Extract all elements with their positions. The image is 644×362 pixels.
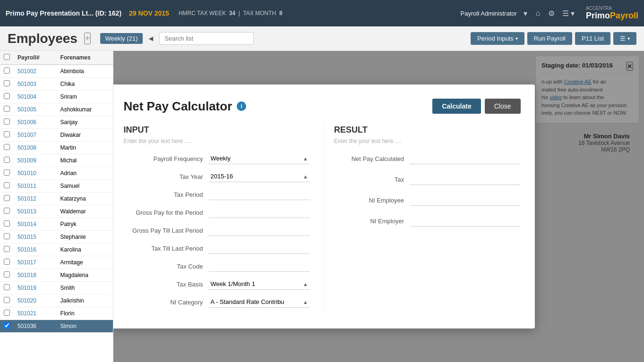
payroll-id-cell: 501010 bbox=[14, 167, 57, 180]
row-checkbox[interactable] bbox=[4, 322, 10, 328]
close-modal-button[interactable]: Close bbox=[485, 99, 521, 114]
period-inputs-button[interactable]: Period Inputs ▾ bbox=[471, 32, 524, 45]
table-row[interactable]: 501013 Waldemar bbox=[0, 205, 113, 218]
row-checkbox[interactable] bbox=[4, 259, 10, 265]
row-checkbox[interactable] bbox=[4, 118, 10, 125]
extra-menu-button[interactable]: ☰ ▾ bbox=[613, 32, 636, 45]
row-checkbox[interactable] bbox=[4, 220, 10, 227]
payroll-id[interactable]: 501020 bbox=[17, 297, 36, 304]
row-checkbox[interactable] bbox=[4, 106, 10, 112]
payroll-id[interactable]: 501015 bbox=[17, 234, 36, 240]
row-checkbox[interactable] bbox=[4, 284, 10, 290]
table-row[interactable]: 501002 Abimbola bbox=[0, 65, 113, 78]
p11-list-button[interactable]: P11 List bbox=[575, 32, 610, 45]
row-checkbox[interactable] bbox=[4, 131, 10, 137]
table-row[interactable]: 501007 Diwakar bbox=[0, 129, 113, 142]
row-checkbox[interactable] bbox=[4, 67, 10, 74]
payroll-id[interactable]: 501010 bbox=[17, 170, 36, 177]
table-row[interactable]: 501021 Florin bbox=[0, 307, 113, 320]
select-all-checkbox[interactable] bbox=[4, 54, 10, 60]
modal-actions: Calculate Close bbox=[432, 99, 520, 114]
tax-period-input[interactable] bbox=[211, 191, 309, 198]
payroll-id[interactable]: 501013 bbox=[17, 208, 36, 215]
net-pay-result-label: Net Pay Calculated bbox=[334, 155, 410, 162]
add-employee-button[interactable]: + bbox=[84, 33, 91, 44]
run-payroll-button[interactable]: Run Payroll bbox=[527, 32, 572, 45]
payroll-id[interactable]: 501012 bbox=[17, 195, 36, 202]
period-inputs-label: Period Inputs bbox=[477, 35, 514, 42]
table-row[interactable]: 501017 Armitage bbox=[0, 256, 113, 269]
tax-year-select[interactable]: 2015-16 ▲ bbox=[209, 171, 310, 182]
row-checkbox[interactable] bbox=[4, 195, 10, 201]
payroll-id[interactable]: 501008 bbox=[17, 144, 36, 151]
payroll-id[interactable]: 501011 bbox=[17, 183, 36, 189]
table-row[interactable]: 501015 Stephanie bbox=[0, 231, 113, 244]
table-row[interactable]: 501004 Sriram bbox=[0, 91, 113, 103]
nav-prev-arrow[interactable]: ◄ bbox=[147, 34, 155, 43]
payroll-id[interactable]: 501014 bbox=[17, 221, 36, 227]
table-row[interactable]: 501018 Magdalena bbox=[0, 269, 113, 282]
row-checkbox-cell bbox=[0, 282, 14, 295]
payroll-id[interactable]: 501009 bbox=[17, 157, 36, 164]
gross-pay-last-period-input[interactable] bbox=[211, 227, 309, 234]
payroll-id[interactable]: 501002 bbox=[17, 68, 36, 75]
table-row[interactable]: 501014 Patryk bbox=[0, 218, 113, 231]
employee-name-cell: Adrian bbox=[57, 167, 113, 180]
row-checkbox[interactable] bbox=[4, 246, 10, 252]
table-row[interactable]: 501008 Martin bbox=[0, 142, 113, 154]
ni-employer-result-label: NI Employer bbox=[334, 218, 410, 225]
table-row[interactable]: 501003 Chika bbox=[0, 78, 113, 91]
tax-last-period-input[interactable] bbox=[211, 244, 309, 252]
admin-dropdown-btn[interactable]: ▾ bbox=[522, 7, 529, 20]
home-icon[interactable]: ⌂ bbox=[534, 7, 542, 19]
row-checkbox[interactable] bbox=[4, 169, 10, 176]
payroll-id[interactable]: 501004 bbox=[17, 93, 36, 100]
row-checkbox[interactable] bbox=[4, 93, 10, 99]
table-row[interactable]: 501036 Simon bbox=[0, 320, 113, 333]
table-row[interactable]: 501006 Sanjay bbox=[0, 116, 113, 129]
menu-icon[interactable]: ☰ ▾ bbox=[560, 7, 576, 20]
table-row[interactable]: 501005 Ashokkumar bbox=[0, 103, 113, 116]
payroll-id[interactable]: 501021 bbox=[17, 310, 36, 317]
tax-code-input[interactable] bbox=[211, 262, 309, 269]
payroll-id[interactable]: 501006 bbox=[17, 119, 36, 126]
payroll-id[interactable]: 501019 bbox=[17, 285, 36, 291]
payroll-id[interactable]: 501017 bbox=[17, 259, 36, 266]
table-row[interactable]: 501012 Katarzyna bbox=[0, 193, 113, 205]
table-row[interactable]: 501009 Michal bbox=[0, 154, 113, 167]
row-checkbox[interactable] bbox=[4, 182, 10, 188]
gross-pay-period-input[interactable] bbox=[211, 209, 309, 216]
row-checkbox[interactable] bbox=[4, 310, 10, 316]
gross-pay-last-period-label: Gross Pay Till Last Period bbox=[124, 227, 209, 234]
row-checkbox[interactable] bbox=[4, 297, 10, 303]
table-row[interactable]: 501011 Samuel bbox=[0, 180, 113, 193]
calculate-button[interactable]: Calculate bbox=[432, 99, 481, 114]
settings-icon[interactable]: ⚙ bbox=[546, 7, 557, 20]
payroll-id[interactable]: 501036 bbox=[17, 323, 36, 329]
input-section: INPUT Enter the your text here ..... Pay… bbox=[124, 125, 325, 314]
row-checkbox[interactable] bbox=[4, 208, 10, 214]
payroll-id[interactable]: 501005 bbox=[17, 106, 36, 113]
table-row[interactable]: 501010 Adrian bbox=[0, 167, 113, 180]
payroll-id[interactable]: 501018 bbox=[17, 272, 36, 278]
row-checkbox-cell bbox=[0, 154, 14, 167]
row-checkbox[interactable] bbox=[4, 144, 10, 150]
payroll-frequency-select[interactable]: Weekly ▲ bbox=[209, 153, 310, 164]
row-checkbox[interactable] bbox=[4, 80, 10, 86]
row-checkbox[interactable] bbox=[4, 271, 10, 278]
payroll-id[interactable]: 501003 bbox=[17, 81, 36, 87]
info-icon[interactable]: i bbox=[237, 101, 246, 111]
table-row[interactable]: 501019 Smith bbox=[0, 282, 113, 295]
payroll-id[interactable]: 501007 bbox=[17, 132, 36, 138]
table-row[interactable]: 501016 Karolina bbox=[0, 244, 113, 256]
employee-name-cell: Karolina bbox=[57, 244, 113, 256]
row-checkbox[interactable] bbox=[4, 157, 10, 163]
row-checkbox-cell bbox=[0, 116, 14, 129]
table-row[interactable]: 501020 Jaikrishin bbox=[0, 295, 113, 307]
tax-basis-select[interactable]: Week 1/Month 1 ▲ bbox=[209, 278, 310, 290]
payroll-id[interactable]: 501016 bbox=[17, 246, 36, 253]
ni-category-select[interactable]: A - Standard Rate Contribu ▲ bbox=[209, 296, 310, 308]
row-checkbox[interactable] bbox=[4, 233, 10, 239]
search-input[interactable] bbox=[159, 32, 254, 45]
employee-name-cell: Waldemar bbox=[57, 205, 113, 218]
